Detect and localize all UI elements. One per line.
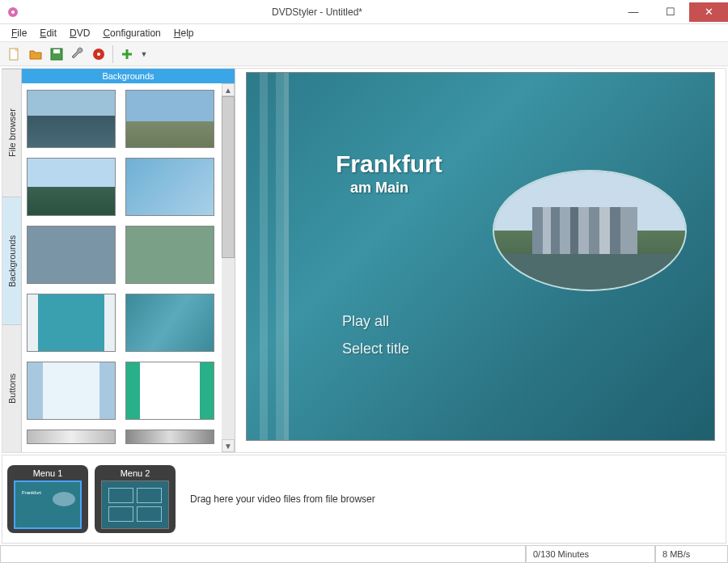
menu-subtitle[interactable]: am Main: [350, 180, 408, 197]
background-thumb[interactable]: [125, 362, 214, 420]
scroll-track[interactable]: [222, 96, 235, 439]
menu-edit[interactable]: Edit: [35, 26, 61, 40]
menubar: File Edit DVD Configuration Help: [0, 24, 728, 42]
svg-rect-4: [53, 49, 60, 53]
scroll-thumb[interactable]: [222, 96, 235, 258]
menu-file[interactable]: File: [6, 26, 32, 40]
background-grid: [22, 83, 222, 452]
sidetab-backgrounds[interactable]: Backgrounds: [2, 197, 21, 324]
timeline-label: Menu 1: [33, 468, 63, 478]
timeline-hint: Drag here your video files from file bro…: [182, 493, 721, 505]
svg-point-1: [11, 11, 15, 14]
save-button[interactable]: [47, 44, 66, 64]
background-thumb[interactable]: [27, 158, 116, 216]
timeline-thumb: Frankfurt: [14, 480, 82, 529]
svg-point-6: [97, 53, 100, 56]
scroll-down-icon[interactable]: ▼: [222, 439, 235, 452]
panel-title: Backgrounds: [22, 69, 235, 83]
sidetab-buttons[interactable]: Buttons: [2, 324, 21, 452]
chevron-down-icon: ▼: [141, 50, 148, 58]
save-icon: [49, 47, 64, 61]
app-icon: [6, 6, 19, 19]
city-image: [494, 171, 685, 290]
stripe-decoration: [284, 73, 289, 440]
status-rate: 8 MB/s: [655, 545, 728, 563]
timeline-label: Menu 2: [121, 468, 150, 478]
timeline-menu-2[interactable]: Menu 2: [95, 465, 176, 533]
open-button[interactable]: [26, 44, 45, 64]
titlebar: DVDStyler - Untitled* — ☐ ✕: [0, 0, 728, 24]
menu-dvd[interactable]: DVD: [65, 26, 95, 40]
menu-items: Play all Select title: [342, 307, 409, 362]
add-dropdown[interactable]: ▼: [138, 44, 150, 64]
scroll-up-icon[interactable]: ▲: [222, 83, 235, 96]
background-thumb[interactable]: [125, 226, 214, 284]
menu-item-play-all[interactable]: Play all: [342, 307, 409, 335]
timeline-menu-1[interactable]: Menu 1 Frankfurt: [7, 465, 88, 533]
menu-help[interactable]: Help: [169, 26, 199, 40]
toolbar: ▼: [0, 42, 728, 66]
background-thumb[interactable]: [125, 430, 214, 444]
workarea: File browser Backgrounds Buttons Backgro…: [2, 68, 726, 453]
background-thumb[interactable]: [125, 158, 214, 216]
scrollbar[interactable]: ▲ ▼: [222, 83, 235, 452]
open-folder-icon: [28, 47, 43, 61]
new-file-icon: [7, 47, 22, 61]
menu-image-oval[interactable]: [493, 170, 687, 291]
add-icon: [120, 47, 134, 61]
settings-button[interactable]: [68, 44, 87, 64]
background-thumb[interactable]: [125, 294, 214, 352]
menu-title[interactable]: Frankfurt: [336, 150, 442, 178]
timeline[interactable]: Menu 1 Frankfurt Menu 2 Drag here your v…: [2, 455, 726, 544]
side-tabs: File browser Backgrounds Buttons: [2, 69, 22, 452]
background-thumb[interactable]: [27, 90, 116, 148]
menu-configuration[interactable]: Configuration: [98, 26, 165, 40]
window-title: DVDStyler - Untitled*: [19, 6, 615, 18]
wrench-icon: [70, 47, 85, 61]
backgrounds-panel: Backgrounds ▲ ▼: [22, 69, 235, 452]
background-thumb[interactable]: [27, 430, 116, 444]
close-button[interactable]: ✕: [689, 2, 728, 22]
burn-button[interactable]: [89, 44, 108, 64]
dvd-menu-preview[interactable]: Frankfurt am Main Play all Select title: [246, 72, 715, 441]
toolbar-separator: [112, 45, 113, 63]
background-thumb[interactable]: [27, 362, 116, 420]
statusbar: 0/130 Minutes 8 MB/s: [0, 545, 728, 563]
add-button[interactable]: [117, 44, 137, 64]
burn-disc-icon: [91, 47, 106, 61]
status-minutes: 0/130 Minutes: [526, 545, 655, 563]
sidetab-file-browser[interactable]: File browser: [2, 69, 21, 197]
background-thumb[interactable]: [27, 294, 116, 352]
minimize-button[interactable]: —: [615, 2, 652, 22]
maximize-button[interactable]: ☐: [652, 2, 689, 22]
timeline-thumb: [101, 480, 169, 529]
stripe-decoration: [255, 73, 303, 440]
new-button[interactable]: [5, 44, 24, 64]
menu-canvas: Frankfurt am Main Play all Select title: [235, 69, 726, 452]
status-spacer: [0, 545, 526, 563]
background-thumb[interactable]: [27, 226, 116, 284]
menu-item-select-title[interactable]: Select title: [342, 335, 409, 362]
background-thumb[interactable]: [125, 90, 214, 148]
